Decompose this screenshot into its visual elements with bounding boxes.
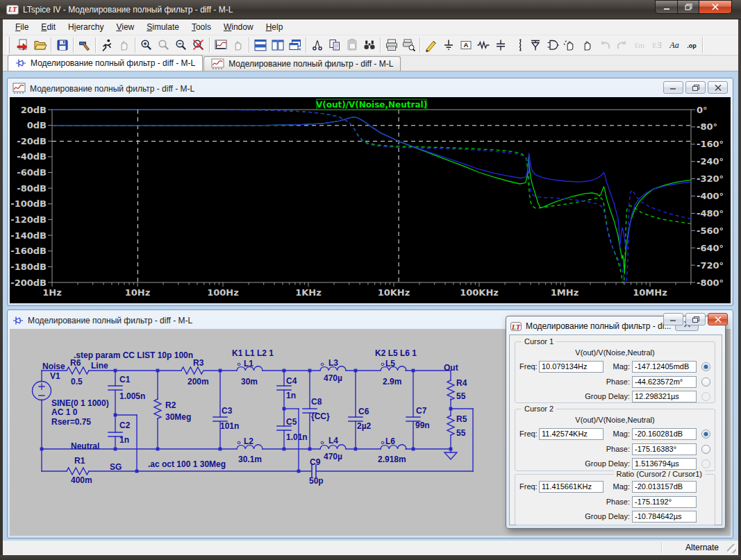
row-value[interactable]: 12.298321µs: [632, 391, 697, 402]
row-value[interactable]: -10.784642µs: [632, 511, 697, 523]
svg-text:-140dB: -140dB: [10, 230, 47, 241]
drag-icon[interactable]: [578, 37, 596, 53]
tile-vertical-icon[interactable]: [269, 37, 286, 53]
inductor-icon[interactable]: [509, 37, 526, 53]
svg-text:R1: R1: [74, 456, 85, 466]
menu-hierarchy[interactable]: Hierarchy: [62, 20, 110, 34]
capacitor-icon[interactable]: [492, 37, 509, 53]
minimize-button[interactable]: [655, 0, 677, 14]
svg-text:10Hz: 10Hz: [125, 287, 151, 298]
waveform-close-button[interactable]: [708, 81, 728, 94]
svg-text:{CC}: {CC}: [311, 411, 330, 421]
schematic-minimize-button[interactable]: [663, 313, 683, 325]
cascade-icon[interactable]: [286, 37, 303, 53]
svg-text:.op: .op: [687, 42, 697, 49]
resistor-icon[interactable]: [474, 37, 492, 53]
mdi-area: Моделирование полный фильтр - diff - M-L…: [3, 71, 738, 541]
svg-text:-200dB: -200dB: [10, 278, 47, 288]
row-value[interactable]: -175.16383°: [632, 443, 697, 455]
trace-name: V(out)/V(Noise,Neutral): [515, 416, 715, 424]
menu-edit[interactable]: Edit: [35, 20, 62, 34]
schematic-restore-button[interactable]: [685, 313, 706, 325]
svg-text:V(out)/V(Noise,Neutral): V(out)/V(Noise,Neutral): [316, 100, 427, 110]
svg-text:-720°: -720°: [697, 260, 724, 271]
zoom-out-icon[interactable]: [172, 37, 190, 53]
print-icon[interactable]: [383, 37, 400, 53]
menu-window[interactable]: Window: [217, 20, 260, 34]
svg-text:1n: 1n: [119, 435, 129, 445]
row-label: Group Delay:: [553, 459, 630, 468]
svg-text:A: A: [463, 41, 468, 49]
waveform-window: Моделирование полный фильтр - diff - M-L…: [7, 78, 733, 306]
diode-icon[interactable]: [526, 37, 544, 53]
print-preview-icon[interactable]: [400, 37, 417, 53]
tab-2-waveform[interactable]: Моделирование полный фильтр - diff - M-L: [203, 56, 401, 71]
resize-grip[interactable]: [727, 544, 736, 553]
schematic-close-button[interactable]: [708, 313, 728, 325]
wire-icon[interactable]: [422, 37, 440, 53]
zoom-full-icon[interactable]: [190, 37, 207, 53]
text-icon[interactable]: Aa: [665, 37, 683, 53]
svg-text:10KHz: 10KHz: [378, 287, 410, 298]
cut-icon[interactable]: [308, 37, 326, 53]
radio-on[interactable]: [701, 362, 710, 371]
open-icon[interactable]: [31, 37, 49, 53]
row-value[interactable]: -175.1192°: [632, 496, 697, 508]
restore-button[interactable]: [677, 0, 699, 14]
radio-disabled[interactable]: [701, 392, 710, 401]
svg-text:1KHz: 1KHz: [295, 287, 322, 298]
move-icon[interactable]: [561, 37, 578, 53]
redo-icon: [613, 37, 631, 53]
copy-icon[interactable]: [326, 37, 343, 53]
row-value[interactable]: -147.12405mdB: [632, 361, 697, 373]
row-value[interactable]: 1.5136794µs: [632, 458, 697, 470]
row-label: Mag:: [553, 482, 630, 491]
control-panel-icon[interactable]: [76, 37, 93, 53]
row-value[interactable]: -44.623572m°: [632, 376, 697, 388]
new-schematic-icon[interactable]: [14, 37, 31, 53]
waveform-window-titlebar[interactable]: Моделирование полный фильтр - diff - M-L: [10, 80, 656, 96]
cursor-dialog-title: Моделирование полный фильтр - di...: [526, 321, 671, 331]
svg-text:2µ2: 2µ2: [357, 421, 372, 431]
row-label: Phase:: [553, 445, 630, 453]
waveform-restore-button[interactable]: [685, 81, 706, 94]
ltspice-window: LT LTspice IV - Моделирование полный фил…: [0, 0, 741, 560]
halt-icon: [115, 37, 133, 53]
toolbar-separator: [380, 37, 381, 53]
spice-directive-icon[interactable]: .op: [683, 37, 700, 53]
cursor-group-2: Cursor 2V(out)/V(Noise,Neutral)Freq:11.4…: [515, 409, 715, 471]
menu-help[interactable]: Help: [260, 20, 290, 34]
menu-tools[interactable]: Tools: [185, 20, 217, 34]
zoom-in-icon[interactable]: [138, 37, 155, 53]
svg-text:-800°: -800°: [697, 278, 724, 288]
component-icon[interactable]: [544, 37, 561, 53]
close-button[interactable]: [699, 0, 732, 14]
waveform-plot[interactable]: 20dB0dB-20dB-40dB-60dB-80dB-100dB-120dB-…: [10, 97, 731, 303]
tab-1-schematic[interactable]: Моделирование полный фильтр - diff - M-L: [8, 55, 203, 71]
row-value[interactable]: -20.160281dB: [632, 428, 697, 440]
row-value[interactable]: -20.013157dB: [632, 481, 697, 493]
radio-on[interactable]: [701, 430, 710, 439]
svg-text:10MHz: 10MHz: [633, 287, 667, 298]
autorange-icon[interactable]: [212, 37, 229, 53]
radio-off[interactable]: [701, 377, 710, 387]
cursor-dialog: LT Моделирование полный фильтр - di... C…: [506, 316, 726, 529]
save-icon[interactable]: [53, 37, 71, 53]
ground-icon[interactable]: [440, 37, 457, 53]
radio-disabled[interactable]: [701, 459, 710, 468]
tile-horizontal-icon[interactable]: [251, 37, 269, 53]
label-icon[interactable]: A: [457, 37, 474, 53]
svg-text:100Hz: 100Hz: [207, 287, 239, 298]
radio-off[interactable]: [701, 445, 710, 454]
waveform-window-title: Моделирование полный фильтр - diff - M-L: [30, 84, 194, 94]
menu-file[interactable]: File: [9, 20, 35, 34]
waveform-minimize-button[interactable]: [663, 81, 683, 94]
menu-simulate[interactable]: Simulate: [140, 20, 185, 34]
svg-text:C5: C5: [286, 417, 297, 427]
run-icon[interactable]: [98, 37, 115, 53]
toolbar-separator: [702, 37, 703, 53]
row-label: Mag:: [553, 430, 630, 438]
find-icon[interactable]: [360, 37, 378, 53]
waveform-icon: [13, 83, 26, 94]
menu-view[interactable]: View: [110, 20, 140, 34]
